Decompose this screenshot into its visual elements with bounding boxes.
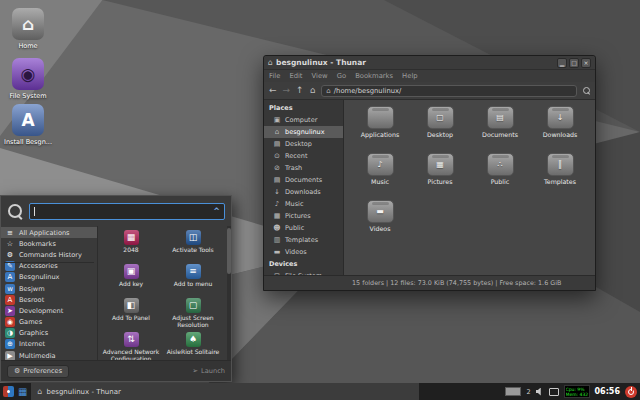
clock[interactable]: 06:56 xyxy=(595,387,620,396)
category-item[interactable]: ☆ Bookmarks xyxy=(1,238,97,249)
preferences-label: Preferences xyxy=(23,367,62,375)
category-item[interactable]: ▶ Multimedia xyxy=(1,350,97,360)
folder-emblem-icon: ▢ xyxy=(436,113,444,122)
folder-label: Videos xyxy=(350,225,410,232)
category-item[interactable]: ➤ Development xyxy=(1,305,97,316)
search-input[interactable] xyxy=(35,207,213,215)
folder-item[interactable]: ▦ Pictures xyxy=(410,153,470,200)
category-item[interactable]: w Besjwm xyxy=(1,283,97,294)
search-field[interactable]: ^ xyxy=(29,203,225,220)
sidebar-place-item[interactable]: ♪ Music xyxy=(264,198,343,210)
folder-label: Public xyxy=(470,178,530,185)
display-icon[interactable] xyxy=(549,388,559,396)
search-icon[interactable] xyxy=(583,87,590,94)
workspace-pager[interactable] xyxy=(505,387,521,396)
devices-header: Devices xyxy=(264,258,343,270)
sidebar-place-item[interactable]: ▤ Desktop xyxy=(264,138,343,150)
sidebar-place-item[interactable]: ▥ Templates xyxy=(264,234,343,246)
close-button[interactable]: × xyxy=(581,58,591,68)
folder-item[interactable]: ♪ Music xyxy=(350,153,410,200)
desktop-icon[interactable]: ⌂ Home xyxy=(2,8,54,50)
app-item[interactable]: ▣ Add key xyxy=(100,264,162,298)
forward-button[interactable]: → xyxy=(283,86,291,95)
app-item[interactable]: ◧ Add To Panel xyxy=(100,298,162,332)
sidebar-place-item[interactable]: ⊘ Trash xyxy=(264,162,343,174)
power-button[interactable] xyxy=(625,386,637,398)
sidebar-place-item[interactable]: ☻ Public xyxy=(264,222,343,234)
sidebar-place-item[interactable]: ▤ Documents xyxy=(264,174,343,186)
desktop-icon-label: Home xyxy=(2,42,54,50)
category-label: Besgnulinux xyxy=(19,273,59,281)
back-button[interactable]: ← xyxy=(269,86,277,95)
app-finder-icon[interactable]: ▦ xyxy=(18,386,27,397)
folder-item[interactable]: ∴ Public xyxy=(470,153,530,200)
category-icon: A xyxy=(5,272,15,282)
place-label: Videos xyxy=(285,248,307,256)
minimize-button[interactable]: ▁ xyxy=(557,58,567,68)
menubar-item[interactable]: Help xyxy=(402,72,418,80)
menubar-item[interactable]: File xyxy=(269,72,280,80)
place-icon: ⊙ xyxy=(273,152,281,160)
folder-icon: ∴ xyxy=(487,153,514,176)
system-monitor[interactable]: Cpu: 9% Mem: 432 xyxy=(564,385,590,398)
sidebar-place-item[interactable]: ⊙ Recent xyxy=(264,150,343,162)
category-label: Besjwm xyxy=(19,285,45,293)
launch-button[interactable]: ➢ Launch xyxy=(192,367,225,375)
chevron-up-icon[interactable]: ^ xyxy=(213,207,220,216)
app-item[interactable]: ▢ Adjust Screen Resolution xyxy=(162,298,224,332)
folder-item[interactable]: ▢ Desktop xyxy=(410,106,470,153)
path-bar[interactable]: ⌂ /home/besgnulinux/ xyxy=(321,85,577,97)
menubar-item[interactable]: View xyxy=(312,72,328,80)
titlebar[interactable]: ⌂ besgnulinux - Thunar ▁ □ × xyxy=(264,56,595,70)
place-label: Templates xyxy=(285,236,318,244)
category-icon: ▶ xyxy=(5,351,15,360)
desktop-icon[interactable]: A Install Besgn... xyxy=(2,104,54,146)
up-button[interactable]: ↑ xyxy=(296,86,304,95)
category-icon: ☆ xyxy=(5,239,15,249)
app-label: AisleRiot Solitaire xyxy=(162,348,224,355)
place-icon: ☻ xyxy=(273,224,281,232)
volume-icon[interactable] xyxy=(536,388,544,396)
folder-icon: ‖ xyxy=(547,153,574,176)
preferences-button[interactable]: ⚙ Preferences xyxy=(7,365,69,378)
category-item[interactable]: A Besroot xyxy=(1,294,97,305)
folder-item[interactable]: ↓ Downloads xyxy=(530,106,590,153)
sidebar-place-item[interactable]: ▣ Computer xyxy=(264,114,343,126)
category-item[interactable]: A Besgnulinux xyxy=(1,272,97,283)
sidebar-place-item[interactable]: ▦ Pictures xyxy=(264,210,343,222)
category-item[interactable]: ⚙ Commands History xyxy=(1,249,97,260)
menubar-item[interactable]: Edit xyxy=(289,72,302,80)
taskbar-window-button[interactable]: ⌂ besgnulinux - Thunar xyxy=(31,383,419,400)
folder-item[interactable]: ▤ Documents xyxy=(470,106,530,153)
menu-footer: ⚙ Preferences ➢ Launch xyxy=(1,360,231,381)
category-item[interactable]: ◑ Graphics xyxy=(1,328,97,339)
app-icon: ♠ xyxy=(186,332,201,347)
category-item[interactable]: ⊕ Internet xyxy=(1,339,97,350)
scrollbar-thumb[interactable] xyxy=(227,228,231,274)
app-grid: ▦ 2048 ◫ Activate Tools ▣ Add key ≡ Add … xyxy=(98,226,231,360)
app-item[interactable]: ≡ Add to menu xyxy=(162,264,224,298)
applications-menu-button[interactable] xyxy=(3,386,14,397)
menubar-item[interactable]: Bookmarks xyxy=(355,72,393,80)
folder-item[interactable]: ‖ Templates xyxy=(530,153,590,200)
file-list: Applications ▢ Desktop ▤ Documents xyxy=(344,100,595,275)
sidebar-place-item[interactable]: ↓ Downloads xyxy=(264,186,343,198)
scrollbar[interactable] xyxy=(227,226,231,360)
menubar-item[interactable]: Go xyxy=(337,72,346,80)
category-item[interactable]: ≡ All Applications xyxy=(1,227,97,238)
app-item[interactable]: ▦ 2048 xyxy=(100,230,162,264)
place-label: Pictures xyxy=(285,212,311,220)
category-item[interactable]: ◉ Games xyxy=(1,317,97,328)
task-home-icon: ⌂ xyxy=(37,387,42,396)
maximize-button[interactable]: □ xyxy=(569,58,579,68)
app-item[interactable]: ♠ AisleRiot Solitaire xyxy=(162,332,224,360)
home-button[interactable]: ⌂ xyxy=(310,86,316,95)
sidebar-place-item[interactable]: ⌂ besgnulinux xyxy=(264,126,343,138)
folder-item[interactable]: Applications xyxy=(350,106,410,153)
app-item[interactable]: ◫ Activate Tools xyxy=(162,230,224,264)
sidebar-place-item[interactable]: ▬ Videos xyxy=(264,246,343,258)
folder-icon: ♪ xyxy=(367,153,394,176)
folder-item[interactable]: ▬ Videos xyxy=(350,200,410,247)
desktop-icon[interactable]: ◉ File System xyxy=(2,58,54,100)
app-item[interactable]: ⇅ Advanced Network Configuration xyxy=(100,332,162,360)
